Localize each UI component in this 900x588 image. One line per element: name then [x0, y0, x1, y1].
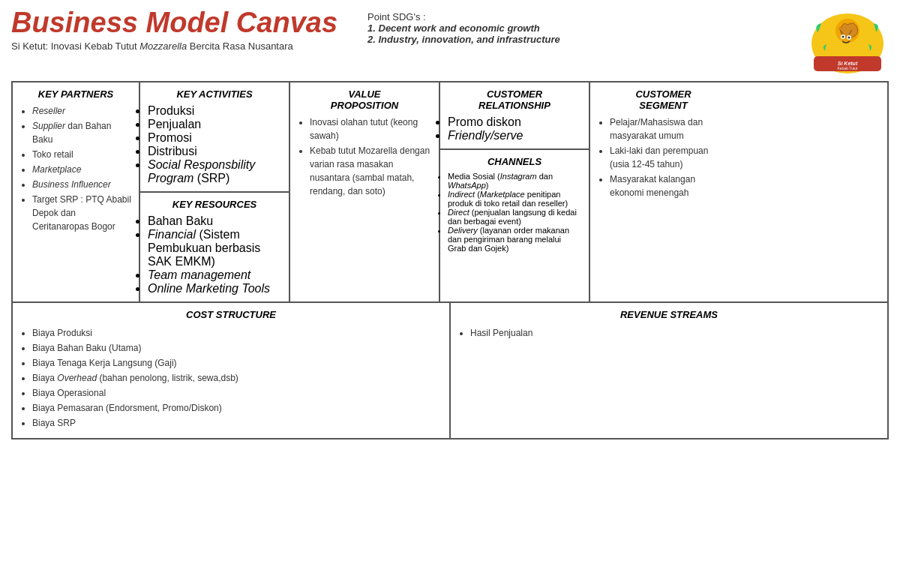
key-resources-title: KEY RESOURCES	[148, 199, 281, 210]
list-item: Bahan Baku	[148, 214, 281, 228]
list-item: Kebab tutut Mozarella dengan varian rasa…	[310, 144, 431, 198]
reseller-text: Reseller	[32, 106, 65, 116]
list-item: Inovasi olahan tutut (keong sawah)	[310, 116, 431, 142]
revenue-streams-cell: REVENUE STREAMS Hasil Penjualan	[451, 303, 887, 438]
revenue-streams-title: REVENUE STREAMS	[458, 309, 880, 320]
svg-text:Kebab Tutut: Kebab Tutut	[838, 66, 859, 70]
value-proposition-title: VALUEPROPOSITION	[298, 88, 431, 111]
srp-text: Social Responsbility Program	[148, 158, 255, 184]
key-activities-title: KEY ACTIVITIES	[148, 88, 281, 100]
header-center: Point SDG's : 1. Decent work and economi…	[338, 8, 806, 45]
list-item: Delivery (layanan order makanan dan peng…	[448, 226, 581, 253]
list-item: Friendly/serve	[448, 129, 581, 142]
cost-structure-cell: COST STRUCTURE Biaya Produksi Biaya Baha…	[13, 303, 451, 438]
list-item: Online Marketing Tools	[148, 282, 281, 296]
value-proposition-cell: VALUEPROPOSITION Inovasi olahan tutut (k…	[290, 82, 440, 302]
customer-segment-list: Pelajar/Mahasiswa dan masyarakat umum La…	[598, 116, 729, 200]
list-item: Toko retail	[32, 148, 131, 161]
customer-rel-list: Promo diskon Friendly/serve	[448, 116, 581, 142]
delivery-text: Delivery	[448, 226, 478, 235]
list-item: Pelajar/Mahasiswa dan masyarakat umum	[610, 116, 729, 142]
list-item: Masyarakat kalangan ekonomi menengah	[610, 172, 729, 200]
key-partners-cell: KEY PARTNERS Reseller Supplier dan Bahan…	[13, 82, 140, 302]
list-item: Biaya Tenaga Kerja Langsung (Gaji)	[32, 356, 442, 370]
list-item: Media Sosial (Instagram dan WhatsApp)	[448, 172, 581, 190]
whatsapp-text: WhatsApp	[448, 181, 486, 190]
list-item: Supplier dan Bahan Baku	[32, 119, 131, 146]
indirect-text: Indirect	[448, 190, 475, 199]
svg-point-10	[838, 27, 842, 30]
online-mkt-text: Online Marketing Tools	[148, 282, 270, 295]
list-item: Marketplace	[32, 163, 131, 176]
business-influencer-text: Business Influencer	[32, 179, 111, 190]
sdg-item-1: 1. Decent work and economic growth	[368, 22, 806, 34]
customer-rel-column: CUSTOMERRELATIONSHIP Promo diskon Friend…	[440, 82, 590, 302]
list-item: Business Influencer	[32, 178, 131, 191]
business-model-canvas-page: Business Model Canvas Si Ketut: Inovasi …	[0, 0, 900, 588]
canvas-top-row: KEY PARTNERS Reseller Supplier dan Bahan…	[13, 82, 887, 303]
instagram-text: Instagram	[500, 172, 537, 181]
list-item: Promosi	[148, 131, 281, 145]
direct-text: Direct	[448, 208, 470, 217]
svg-point-6	[842, 35, 844, 38]
logo: Si Ketut Kebab Tutut	[806, 8, 889, 75]
list-item: Laki-laki dan perempuan (usia 12-45 tahu…	[610, 144, 729, 171]
list-item: Social Responsbility Program (SRP)	[148, 158, 281, 185]
channels-title: CHANNELS	[448, 156, 581, 167]
revenue-streams-list: Hasil Penjualan	[458, 326, 880, 340]
team-mgmt-text: Team management	[148, 268, 250, 281]
overhead-text: Overhead	[57, 373, 97, 383]
list-item: Penjualan	[148, 118, 281, 131]
list-item: Biaya Operasional	[32, 386, 442, 400]
key-partners-title: KEY PARTNERS	[20, 88, 131, 100]
cost-structure-list: Biaya Produksi Biaya Bahan Baku (Utama) …	[20, 326, 442, 430]
marketplace-text: Marketplace	[32, 164, 81, 175]
sdg-title: Point SDG's :	[368, 11, 806, 22]
friendly-serve-text: Friendly/serve	[448, 129, 523, 142]
subtitle: Si Ketut: Inovasi Kebab Tutut Mozzarella…	[11, 40, 338, 52]
supplier-text: Supplier	[32, 121, 65, 131]
main-title: Business Model Canvas	[11, 8, 338, 39]
list-item: Biaya Bahan Baku (Utama)	[32, 341, 442, 355]
list-item: Promo diskon	[448, 116, 581, 129]
list-item: Indirect (Marketplace penitipan produk d…	[448, 190, 581, 208]
customer-segment-cell: CUSTOMERSEGMENT Pelajar/Mahasiswa dan ma…	[590, 82, 736, 302]
customer-segment-title: CUSTOMERSEGMENT	[598, 88, 729, 111]
list-item: Financial (Sistem Pembukuan berbasis SAK…	[148, 228, 281, 268]
key-activities-column: KEY ACTIVITIES Produksi Penjualan Promos…	[140, 82, 290, 302]
key-activities-cell: KEY ACTIVITIES Produksi Penjualan Promos…	[140, 82, 289, 193]
value-proposition-list: Inovasi olahan tutut (keong sawah) Kebab…	[298, 116, 431, 198]
svg-point-12	[850, 27, 854, 30]
subtitle-end: Bercita Rasa Nusantara	[187, 40, 293, 52]
canvas-bottom-row: COST STRUCTURE Biaya Produksi Biaya Baha…	[13, 303, 887, 438]
list-item: Hasil Penjualan	[470, 326, 880, 340]
cost-structure-title: COST STRUCTURE	[20, 309, 442, 320]
key-partners-list: Reseller Supplier dan Bahan Baku Toko re…	[20, 104, 131, 233]
logo-image: Si Ketut Kebab Tutut	[810, 10, 885, 74]
customer-relationship-cell: CUSTOMERRELATIONSHIP Promo diskon Friend…	[440, 82, 589, 150]
customer-rel-title: CUSTOMERRELATIONSHIP	[448, 88, 581, 111]
list-item: Biaya Pemasaran (Endorsment, Promo/Disko…	[32, 401, 442, 415]
list-item: Target SRP : PTQ Ababil Depok dan Cerita…	[32, 193, 131, 233]
list-item: Produksi	[148, 104, 281, 118]
key-resources-cell: KEY RESOURCES Bahan Baku Financial (Sist…	[140, 193, 289, 302]
list-item: Biaya Produksi	[32, 326, 442, 340]
list-item: Team management	[148, 268, 281, 282]
list-item: Direct (penjualan langsung di kedai dan …	[448, 208, 581, 226]
key-activities-list: Produksi Penjualan Promosi Distribusi So…	[148, 104, 281, 185]
list-item: Reseller	[32, 104, 131, 118]
list-item: Distribusi	[148, 145, 281, 158]
svg-point-8	[848, 36, 850, 38]
svg-text:Si Ketut: Si Ketut	[838, 61, 858, 66]
subtitle-italic: Mozzarella	[140, 40, 187, 52]
list-item: Biaya SRP	[32, 416, 442, 430]
channels-list: Media Sosial (Instagram dan WhatsApp) In…	[448, 172, 581, 253]
subtitle-plain: Si Ketut: Inovasi Kebab Tutut	[11, 40, 140, 52]
sdg-item-2: 2. Industry, innovation, and infrastruct…	[368, 34, 806, 45]
marketplace-channel-text: Marketplace	[480, 190, 525, 199]
canvas-grid: KEY PARTNERS Reseller Supplier dan Bahan…	[11, 81, 889, 440]
key-resources-list: Bahan Baku Financial (Sistem Pembukuan b…	[148, 214, 281, 296]
channels-cell: CHANNELS Media Sosial (Instagram dan Wha…	[440, 150, 589, 302]
header: Business Model Canvas Si Ketut: Inovasi …	[11, 8, 889, 75]
header-left: Business Model Canvas Si Ketut: Inovasi …	[11, 8, 338, 52]
